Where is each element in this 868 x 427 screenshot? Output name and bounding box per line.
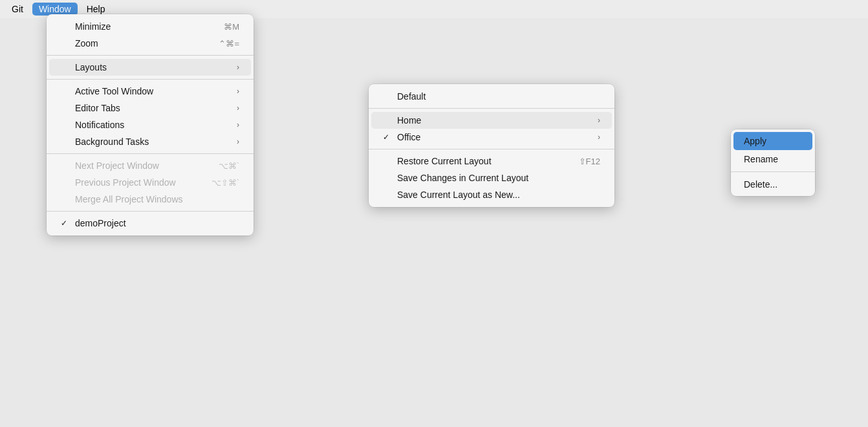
editor-tabs-label: Editor Tabs — [75, 103, 120, 113]
menu-git[interactable]: Git — [5, 3, 30, 16]
menu-item-zoom[interactable]: Zoom ⌃⌘= — [49, 35, 251, 52]
office-checkmark: ✓ — [383, 133, 393, 142]
notifications-label: Notifications — [75, 120, 124, 130]
separator-2 — [47, 79, 254, 80]
office-arrow: › — [598, 133, 600, 142]
minimize-shortcut: ⌘M — [224, 22, 239, 32]
menu-item-next-project: Next Project Window ⌥⌘` — [49, 157, 251, 174]
next-project-shortcut: ⌥⌘` — [219, 161, 239, 171]
home-separator — [731, 171, 815, 172]
menu-item-merge-windows: Merge All Project Windows — [49, 191, 251, 208]
menu-item-background-tasks[interactable]: Background Tasks › — [49, 133, 251, 150]
menu-item-minimize[interactable]: Minimize ⌘M — [49, 18, 251, 35]
rename-label: Rename — [744, 154, 778, 164]
demo-project-label: demoProject — [75, 218, 126, 228]
layouts-separator-1 — [369, 108, 614, 109]
apply-button[interactable]: Apply — [733, 132, 812, 150]
layouts-item-home[interactable]: Home › — [371, 112, 612, 129]
default-label: Default — [397, 91, 426, 102]
delete-button[interactable]: Delete... — [733, 175, 812, 193]
save-as-new-label: Save Current Layout as New... — [397, 190, 520, 200]
layouts-item-save-as-new[interactable]: Save Current Layout as New... — [371, 186, 612, 203]
active-tool-window-arrow: › — [237, 87, 239, 96]
home-arrow: › — [598, 116, 600, 125]
demo-project-checkmark: ✓ — [61, 219, 71, 228]
layouts-submenu-dropdown: Default Home › ✓ Office › Restore Curren… — [369, 84, 614, 207]
menu-item-notifications[interactable]: Notifications › — [49, 116, 251, 133]
layouts-item-restore[interactable]: Restore Current Layout ⇧F12 — [371, 153, 612, 170]
separator-4 — [47, 211, 254, 212]
office-label: Office — [397, 132, 420, 142]
layouts-item-office[interactable]: ✓ Office › — [371, 129, 612, 146]
prev-project-shortcut: ⌥⇧⌘` — [212, 178, 239, 188]
save-changes-label: Save Changes in Current Layout — [397, 173, 528, 183]
apply-label: Apply — [744, 136, 766, 146]
rename-button[interactable]: Rename — [733, 150, 812, 168]
notifications-arrow: › — [237, 120, 239, 129]
minimize-label: Minimize — [75, 21, 111, 32]
menu-item-demo-project[interactable]: ✓ demoProject — [49, 215, 251, 232]
layouts-item-save-changes[interactable]: Save Changes in Current Layout — [371, 170, 612, 186]
home-label: Home — [397, 115, 421, 126]
restore-layout-label: Restore Current Layout — [397, 156, 492, 166]
menu-item-prev-project: Previous Project Window ⌥⇧⌘` — [49, 174, 251, 191]
delete-label: Delete... — [744, 179, 777, 190]
layouts-separator-2 — [369, 149, 614, 149]
zoom-shortcut: ⌃⌘= — [219, 39, 239, 49]
menu-help[interactable]: Help — [80, 3, 112, 16]
menu-item-layouts[interactable]: Layouts › — [49, 59, 251, 76]
merge-windows-label: Merge All Project Windows — [75, 194, 183, 204]
prev-project-label: Previous Project Window — [75, 177, 176, 188]
editor-tabs-arrow: › — [237, 104, 239, 113]
menu-item-active-tool-window[interactable]: Active Tool Window › — [49, 83, 251, 100]
layouts-label: Layouts — [75, 62, 107, 72]
layouts-item-default[interactable]: Default — [371, 88, 612, 105]
next-project-label: Next Project Window — [75, 160, 159, 171]
layouts-arrow: › — [237, 63, 239, 72]
separator-1 — [47, 55, 254, 56]
home-submenu-dropdown: Apply Rename Delete... — [731, 129, 815, 196]
menu-item-editor-tabs[interactable]: Editor Tabs › — [49, 100, 251, 116]
zoom-label: Zoom — [75, 38, 98, 49]
active-tool-window-label: Active Tool Window — [75, 86, 153, 96]
separator-3 — [47, 153, 254, 154]
background-tasks-label: Background Tasks — [75, 137, 149, 147]
menu-window[interactable]: Window — [32, 3, 78, 16]
background-tasks-arrow: › — [237, 137, 239, 146]
restore-layout-shortcut: ⇧F12 — [579, 157, 600, 166]
window-menu-dropdown: Minimize ⌘M Zoom ⌃⌘= Layouts › Active To… — [47, 14, 254, 235]
